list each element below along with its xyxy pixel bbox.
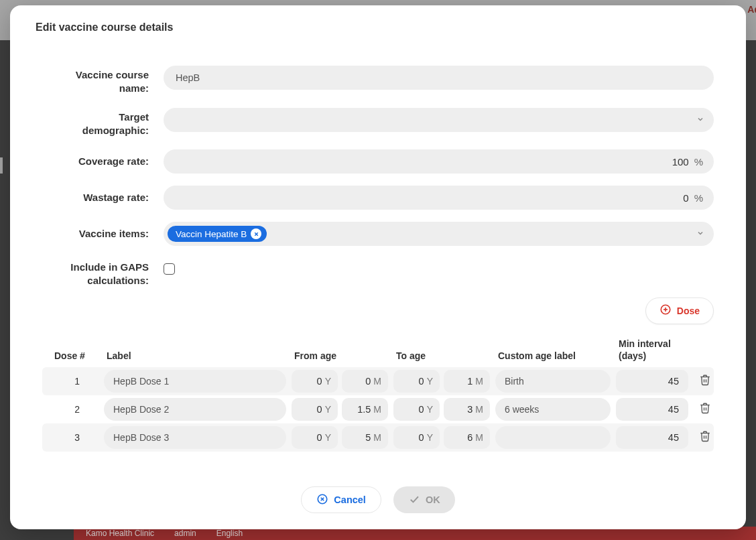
dose-label-input[interactable]: [104, 398, 286, 421]
interval-input[interactable]: [616, 426, 688, 449]
month-unit: M: [373, 376, 381, 387]
plus-circle-icon: [659, 303, 672, 318]
vaccine-item-chip: Vaccin Hepatite B: [168, 226, 267, 242]
to-year-input[interactable]: [397, 376, 424, 387]
ok-button[interactable]: OK: [393, 486, 455, 513]
month-unit: M: [475, 432, 483, 443]
chip-label: Vaccin Hepatite B: [176, 229, 247, 239]
from-year-input[interactable]: [296, 404, 322, 415]
modal-title: Edit vaccine course details: [36, 21, 714, 33]
from-year-input[interactable]: [296, 432, 322, 443]
to-month-input[interactable]: [448, 376, 472, 387]
dose-number: 1: [42, 376, 99, 387]
row-gaps: Include in GAPS calculations:: [53, 258, 714, 288]
dose-number: 2: [42, 404, 99, 415]
gaps-checkbox[interactable]: [164, 263, 175, 275]
custom-age-input[interactable]: [495, 426, 611, 449]
header-custom: Custom age label: [498, 350, 613, 362]
cancel-button[interactable]: Cancel: [301, 486, 381, 513]
month-unit: M: [475, 404, 483, 415]
year-unit: Y: [427, 404, 433, 415]
from-month-input[interactable]: [346, 432, 371, 443]
dose-label-input[interactable]: [104, 370, 286, 393]
delete-dose-button[interactable]: [694, 426, 716, 449]
interval-input[interactable]: [616, 370, 688, 393]
wastage-unit: %: [694, 192, 703, 204]
delete-dose-button[interactable]: [694, 398, 716, 421]
label-course-name: Vaccine course name:: [53, 66, 149, 96]
dose-row: 3 Y M Y M: [42, 423, 714, 452]
dose-row: 2 Y M Y M: [42, 395, 714, 423]
to-year-input[interactable]: [397, 432, 424, 443]
custom-age-input[interactable]: [495, 398, 611, 421]
label-wastage: Wastage rate:: [53, 186, 149, 204]
footer-user: admin: [174, 529, 196, 538]
interval-input[interactable]: [616, 398, 688, 421]
year-unit: Y: [325, 432, 331, 443]
trash-icon: [699, 402, 711, 416]
check-icon: [408, 493, 420, 507]
month-unit: M: [475, 376, 483, 387]
row-wastage: Wastage rate: %: [53, 186, 714, 210]
row-coverage: Coverage rate: %: [53, 149, 714, 174]
year-unit: Y: [427, 432, 433, 443]
form-area: Vaccine course name: Target demographic:…: [53, 66, 714, 288]
year-unit: Y: [325, 376, 331, 387]
caret-down-icon: [696, 228, 704, 240]
delete-dose-button[interactable]: [694, 370, 716, 393]
modal-footer: Cancel OK: [42, 470, 714, 513]
dose-button-row: Dose: [42, 297, 714, 324]
course-name-input[interactable]: [164, 66, 714, 90]
dose-table: Dose # Label From age To age Custom age …: [42, 332, 714, 452]
add-dose-button[interactable]: Dose: [645, 297, 714, 324]
to-month-input[interactable]: [448, 432, 472, 443]
label-coverage: Coverage rate:: [53, 149, 149, 168]
label-gaps: Include in GAPS calculations:: [53, 258, 149, 288]
cancel-label: Cancel: [334, 494, 366, 505]
label-vaccine-items: Vaccine items:: [53, 222, 149, 241]
header-dose-num: Dose #: [45, 350, 101, 362]
dose-row: 1 Y M Y M: [42, 367, 714, 395]
header-label: Label: [107, 350, 289, 362]
ok-label: OK: [426, 494, 440, 505]
from-year-input[interactable]: [296, 376, 322, 387]
edit-vaccine-course-modal: Edit vaccine course details Vaccine cour…: [10, 5, 746, 529]
wastage-rate-input[interactable]: [176, 192, 689, 204]
row-demographic: Target demographic:: [53, 108, 714, 138]
year-unit: Y: [427, 376, 433, 387]
trash-icon: [699, 374, 711, 388]
month-unit: M: [373, 432, 381, 443]
dose-label-input[interactable]: [104, 426, 286, 449]
month-unit: M: [373, 404, 381, 415]
to-month-input[interactable]: [448, 404, 472, 415]
custom-age-input[interactable]: [495, 370, 611, 393]
footer-language: English: [216, 529, 243, 538]
demographic-select[interactable]: [164, 108, 714, 132]
dose-table-header: Dose # Label From age To age Custom age …: [42, 332, 714, 367]
dose-number: 3: [42, 432, 99, 443]
header-interval: Min interval (days): [619, 338, 691, 362]
from-month-input[interactable]: [346, 376, 371, 387]
x-circle-icon: [316, 493, 328, 507]
coverage-rate-input[interactable]: [176, 156, 689, 167]
row-vaccine-items: Vaccine items: Vaccin Hepatite B: [53, 222, 714, 246]
header-from: From age: [294, 350, 391, 362]
header-to: To age: [396, 350, 493, 362]
from-month-input[interactable]: [346, 404, 371, 415]
vaccine-items-select[interactable]: Vaccin Hepatite B: [164, 222, 714, 246]
coverage-unit: %: [694, 156, 703, 167]
chip-remove-icon[interactable]: [251, 228, 261, 239]
year-unit: Y: [325, 404, 331, 415]
to-year-input[interactable]: [397, 404, 424, 415]
trash-icon: [699, 430, 711, 444]
label-demographic: Target demographic:: [53, 108, 149, 138]
add-dose-label: Dose: [677, 306, 700, 316]
row-course-name: Vaccine course name:: [53, 66, 714, 96]
footer-clinic: Kamo Health Clinic: [86, 529, 154, 538]
